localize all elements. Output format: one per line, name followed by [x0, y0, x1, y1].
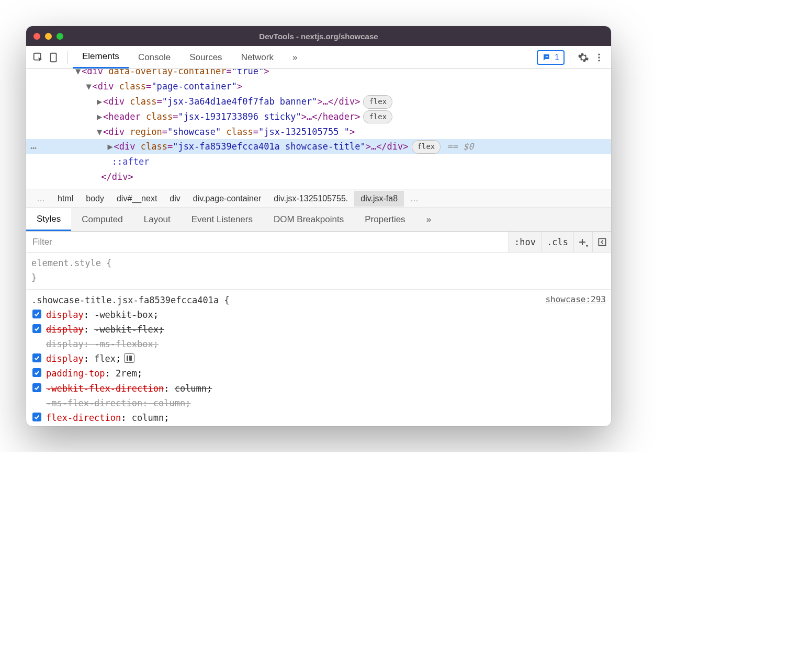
css-value[interactable]: column: [132, 413, 164, 423]
svg-point-5: [598, 56, 600, 58]
cls-toggle-button[interactable]: .cls: [541, 232, 573, 252]
dom-node[interactable]: ▶<header class="jsx-1931733896 sticky">……: [26, 109, 611, 124]
css-value[interactable]: column: [153, 398, 185, 408]
css-property[interactable]: padding-top: [46, 368, 105, 379]
css-property[interactable]: -ms-flex-direction: [46, 398, 142, 408]
styles-filter-input[interactable]: [26, 232, 509, 252]
css-value[interactable]: -webkit-box: [94, 310, 153, 320]
expand-arrow-icon[interactable]: ▶: [96, 94, 103, 109]
tab-computed[interactable]: Computed: [71, 208, 133, 231]
tab-sources[interactable]: Sources: [180, 46, 231, 68]
css-declaration[interactable]: flex-direction: column;: [31, 410, 606, 425]
css-property[interactable]: display: [46, 324, 84, 335]
computed-styles-toggle-icon[interactable]: [592, 232, 611, 252]
issues-badge[interactable]: 1: [537, 50, 565, 65]
new-style-rule-icon[interactable]: ▾: [573, 232, 592, 252]
hov-toggle-button[interactable]: :hov: [509, 232, 541, 252]
tab-overflow-icon[interactable]: »: [283, 46, 307, 68]
css-property[interactable]: flex-direction: [46, 413, 121, 423]
expand-arrow-icon[interactable]: ▼: [85, 79, 93, 94]
css-source-link[interactable]: showcase:293: [545, 293, 606, 306]
breadcrumb-item[interactable]: div#__next: [110, 191, 163, 207]
dom-node-close[interactable]: </div>: [26, 169, 611, 185]
css-property[interactable]: display: [46, 353, 84, 364]
styles-filter-bar: :hov .cls ▾: [26, 232, 611, 253]
css-declaration[interactable]: display: -ms-flexbox;: [31, 337, 606, 351]
css-enable-checkbox[interactable]: [32, 353, 41, 362]
css-selector[interactable]: .showcase-title.jsx-fa8539efcca401a {: [31, 293, 606, 307]
flexbox-editor-icon[interactable]: [124, 353, 134, 363]
dom-pseudo[interactable]: ::after: [26, 154, 611, 169]
breadcrumb-item[interactable]: div: [163, 191, 186, 207]
css-property[interactable]: display: [46, 339, 84, 349]
svg-rect-3: [546, 56, 548, 57]
css-enable-checkbox[interactable]: [32, 413, 41, 421]
breadcrumb-item[interactable]: body: [80, 191, 110, 207]
css-declaration[interactable]: display: -webkit-flex;: [31, 322, 606, 337]
traffic-lights: [26, 33, 63, 40]
tab-properties[interactable]: Properties: [354, 208, 415, 231]
css-value[interactable]: -webkit-flex: [94, 324, 159, 335]
expand-arrow-icon[interactable]: ▶: [96, 109, 103, 124]
css-rule-element-style[interactable]: element.style { }: [26, 253, 611, 290]
css-value[interactable]: -ms-flexbox: [94, 339, 153, 349]
close-window-button[interactable]: [33, 33, 40, 40]
tab-dom-breakpoints[interactable]: DOM Breakpoints: [263, 208, 354, 231]
breadcrumb-item[interactable]: html: [51, 191, 80, 207]
dom-node[interactable]: ▶<div class="jsx-3a64d1ae4f0f7fab banner…: [26, 94, 611, 109]
css-declaration[interactable]: display: -webkit-box;: [31, 307, 606, 322]
css-selector[interactable]: element.style {: [31, 256, 606, 270]
issues-count: 1: [555, 53, 559, 62]
css-rule[interactable]: showcase:293 .showcase-title.jsx-fa8539e…: [26, 290, 611, 426]
css-close-brace: }: [31, 270, 606, 285]
device-toolbar-icon[interactable]: [46, 50, 62, 65]
console-var-label: == $0: [447, 141, 473, 152]
css-declaration[interactable]: -webkit-flex-direction: column;: [31, 381, 606, 396]
dom-node[interactable]: ▼<div data-overlay-container="true">: [26, 69, 611, 79]
settings-gear-icon[interactable]: [576, 50, 591, 65]
flex-badge[interactable]: flex: [363, 110, 392, 124]
maximize-window-button[interactable]: [57, 33, 63, 40]
tab-elements[interactable]: Elements: [73, 46, 129, 68]
dom-node[interactable]: ▼<div class="page-container">: [26, 79, 611, 94]
tab-console[interactable]: Console: [129, 46, 180, 68]
tab-event-listeners[interactable]: Event Listeners: [181, 208, 263, 231]
tab-network[interactable]: Network: [232, 46, 283, 68]
css-value[interactable]: flex: [94, 353, 116, 364]
css-enable-checkbox[interactable]: [32, 383, 41, 392]
dom-node[interactable]: ▼<div region="showcase" class="jsx-13251…: [26, 124, 611, 140]
breadcrumb-item-current[interactable]: div.jsx-fa8: [354, 191, 404, 207]
css-value[interactable]: 2rem: [116, 368, 137, 379]
flex-badge[interactable]: flex: [412, 140, 441, 154]
css-declaration[interactable]: -ms-flex-direction: column;: [31, 396, 606, 410]
devtools-window: DevTools - nextjs.org/showcase Elements …: [26, 26, 611, 426]
css-enable-checkbox[interactable]: [32, 368, 41, 377]
expand-arrow-icon[interactable]: ▶: [107, 139, 114, 154]
breadcrumb-overflow[interactable]: …: [404, 191, 425, 207]
tab-overflow-icon[interactable]: »: [416, 208, 442, 231]
css-declaration[interactable]: display: flex;: [31, 351, 606, 366]
tab-styles[interactable]: Styles: [26, 208, 71, 231]
dom-node-selected[interactable]: ⋯ ▶<div class="jsx-fa8539efcca401a showc…: [26, 139, 611, 154]
dom-tree[interactable]: ▼<div data-overlay-container="true"> ▼<d…: [26, 69, 611, 189]
expand-arrow-icon[interactable]: ▼: [96, 124, 103, 140]
tab-layout[interactable]: Layout: [133, 208, 181, 231]
css-value[interactable]: column: [175, 383, 207, 394]
separator: [570, 51, 570, 64]
kebab-menu-icon[interactable]: [591, 50, 607, 65]
css-declaration[interactable]: padding-top: 2rem;: [31, 366, 606, 381]
css-enable-checkbox[interactable]: [32, 324, 41, 333]
css-enable-checkbox[interactable]: [32, 310, 41, 318]
breadcrumb-item[interactable]: div.jsx-1325105755.: [267, 191, 354, 207]
breadcrumb-item[interactable]: div.page-container: [187, 191, 267, 207]
minimize-window-button[interactable]: [45, 33, 52, 40]
expand-arrow-icon[interactable]: ▼: [74, 69, 82, 79]
css-property[interactable]: display: [46, 310, 84, 320]
css-property[interactable]: -webkit-flex-direction: [46, 383, 164, 394]
svg-rect-1: [51, 53, 57, 62]
titlebar: DevTools - nextjs.org/showcase: [26, 26, 611, 46]
breadcrumb-overflow[interactable]: …: [30, 191, 51, 207]
flex-badge[interactable]: flex: [363, 95, 392, 109]
breadcrumb-bar[interactable]: … html body div#__next div div.page-cont…: [26, 189, 611, 208]
inspect-element-icon[interactable]: [30, 50, 46, 65]
